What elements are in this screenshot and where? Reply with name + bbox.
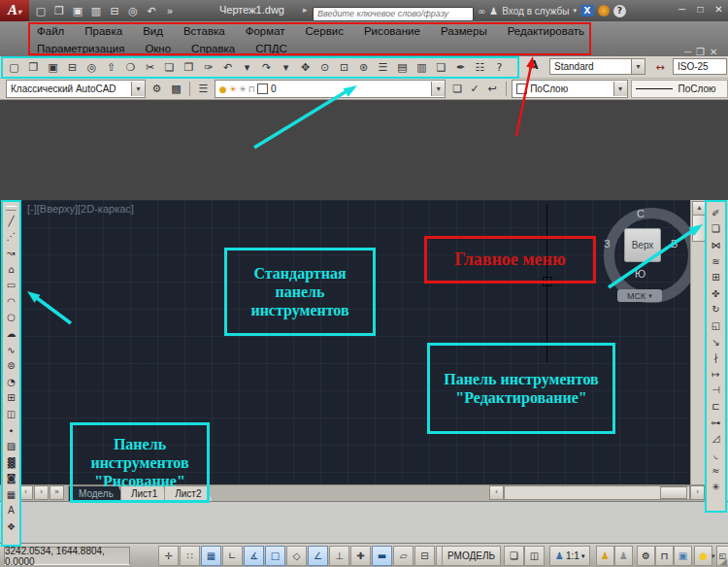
object-snap-toggle[interactable]: □: [265, 546, 285, 566]
save-icon[interactable]: ▣: [44, 59, 62, 76]
annotation-autoscale-icon[interactable]: ♟: [614, 546, 633, 566]
break-at-point-icon[interactable]: ⊣: [709, 383, 723, 399]
workspace-switch-gear-icon[interactable]: ⚙: [637, 546, 655, 566]
cut-icon[interactable]: ✂: [141, 59, 159, 76]
paper-model-toggle-button[interactable]: РМОДЕЛЬ: [442, 546, 501, 566]
scroll-left-icon[interactable]: ‹: [489, 485, 504, 500]
layer-on-off-icon[interactable]: ●: [219, 84, 227, 94]
dim-style-combo[interactable]: ISO-25: [673, 58, 727, 75]
model-space-icon[interactable]: ❏: [504, 546, 524, 566]
move-icon[interactable]: ✜: [709, 285, 723, 302]
circle-icon[interactable]: ○: [4, 310, 18, 326]
workspace-combo[interactable]: Классический AutoCAD ▾: [6, 80, 146, 98]
more-tools-icon[interactable]: »: [162, 3, 178, 18]
scroll-right-icon[interactable]: ›: [690, 485, 705, 500]
zoom-window-icon[interactable]: ⊡: [335, 59, 353, 76]
fillet-icon[interactable]: ◟: [709, 447, 723, 463]
wcs-button[interactable]: МСК ▾: [617, 289, 662, 302]
zoom-realtime-icon[interactable]: ⊙: [315, 59, 334, 76]
menu-item[interactable]: Формат: [246, 25, 285, 37]
layout-space-icon[interactable]: ◫: [524, 546, 545, 566]
menu-item[interactable]: Вставка: [183, 25, 225, 37]
text-style-icon[interactable]: A: [524, 58, 544, 76]
new-icon[interactable]: ▢: [5, 59, 23, 76]
polar-tracking-toggle[interactable]: ∡: [244, 546, 264, 566]
viewcube-south-label[interactable]: Ю: [635, 268, 645, 280]
table-icon[interactable]: ▦: [4, 486, 18, 503]
stretch-icon[interactable]: ↘: [709, 334, 723, 350]
grid-display-toggle[interactable]: ▦: [201, 546, 221, 566]
menu-item[interactable]: Параметризация: [37, 43, 124, 54]
line-icon[interactable]: ╱: [4, 213, 18, 229]
polygon-icon[interactable]: ⌂: [4, 261, 18, 278]
horizontal-scroll-track[interactable]: [504, 485, 690, 500]
layer-thaw-icon[interactable]: ☀: [229, 84, 237, 94]
linetype-combo[interactable]: ПоСлою: [631, 80, 728, 98]
make-object-layer-current-icon[interactable]: ✓: [466, 81, 483, 97]
designcenter-icon[interactable]: ▤: [393, 59, 412, 76]
annotation-scale-button[interactable]: ♟ 1:1 ▾: [549, 546, 590, 566]
exchange-apps-icon[interactable]: X: [580, 5, 594, 17]
polyline-icon[interactable]: ↝: [4, 245, 18, 261]
sheet-set-manager-icon[interactable]: ❑: [432, 59, 450, 76]
chevron-down-icon[interactable]: ▾: [631, 59, 645, 74]
ortho-mode-toggle[interactable]: ∟: [222, 546, 243, 566]
revision-cloud-icon[interactable]: ☁: [4, 325, 18, 342]
object-snap-tracking-toggle[interactable]: ∠: [308, 546, 328, 566]
viewport-controls-label[interactable]: [-][Вверху][2D-каркас]: [27, 203, 134, 215]
layer-states-icon[interactable]: ❏: [448, 81, 466, 97]
ellipse-arc-icon[interactable]: ◔: [4, 374, 18, 390]
dim-style-icon[interactable]: ↔: [650, 59, 670, 76]
new-file-icon[interactable]: ▢: [33, 3, 49, 18]
signin-label[interactable]: Вход в службы: [502, 6, 569, 17]
layer-vp-thaw-icon[interactable]: ☀: [239, 84, 247, 94]
plot-icon[interactable]: ⊟: [63, 59, 82, 76]
mirror-icon[interactable]: ⋈: [709, 237, 723, 253]
rectangle-icon[interactable]: ▭: [4, 277, 18, 293]
status-menu-caret-icon[interactable]: ▾: [711, 552, 715, 560]
open-file-icon[interactable]: ❒: [51, 3, 67, 18]
menu-item[interactable]: СПДС: [255, 43, 287, 54]
text-style-combo[interactable]: Standard ▾: [549, 58, 645, 75]
open-icon[interactable]: ❒: [24, 59, 43, 76]
tool-palettes-icon[interactable]: ▥: [413, 59, 431, 76]
match-properties-icon[interactable]: ✑: [199, 59, 217, 76]
undo-icon[interactable]: ↶: [218, 59, 237, 76]
break-icon[interactable]: ⊏: [709, 398, 723, 415]
scale-icon[interactable]: ◱: [709, 317, 723, 334]
pan-icon[interactable]: ✥: [296, 59, 314, 76]
search-binoculars-icon[interactable]: ∞: [478, 6, 485, 17]
copy-icon[interactable]: ❏: [709, 221, 723, 238]
point-icon[interactable]: ∙: [4, 422, 18, 439]
extend-icon[interactable]: ↦: [709, 366, 723, 383]
save-icon[interactable]: ▣: [70, 3, 85, 18]
join-icon[interactable]: ⊶: [709, 415, 723, 431]
save-workspace-icon[interactable]: ▩: [168, 81, 184, 97]
blend-curves-icon[interactable]: ≈: [709, 463, 723, 480]
maximize-button[interactable]: □: [693, 3, 708, 17]
gradient-icon[interactable]: ▓: [4, 454, 18, 471]
horizontal-scroll-thumb[interactable]: [660, 486, 687, 499]
hatch-icon[interactable]: ▨: [4, 438, 18, 454]
performance-icon[interactable]: ▣: [674, 546, 692, 566]
title-caret-icon[interactable]: ▸: [303, 5, 308, 15]
multiline-text-icon[interactable]: A: [4, 503, 18, 519]
erase-icon[interactable]: ✐: [709, 205, 723, 221]
properties-icon[interactable]: ☰: [374, 59, 392, 76]
spline-icon[interactable]: ∿: [4, 342, 18, 358]
communication-center-icon[interactable]: [598, 5, 610, 17]
save-as-icon[interactable]: ▥: [88, 3, 104, 18]
markup-icon[interactable]: ✒: [451, 59, 470, 76]
plot-preview-icon[interactable]: ◎: [83, 59, 101, 76]
help-icon[interactable]: ?: [613, 5, 626, 17]
viewcube-north-label[interactable]: С: [637, 208, 645, 219]
add-selected-icon[interactable]: ❖: [4, 518, 18, 535]
dynamic-ucs-toggle[interactable]: ⊥: [329, 546, 349, 566]
menu-item[interactable]: Вид: [143, 25, 163, 37]
layer-lock-icon[interactable]: ⊓: [248, 84, 255, 94]
arc-icon[interactable]: ◠: [4, 293, 18, 310]
dynamic-input-toggle[interactable]: ✚: [350, 546, 371, 566]
redo-dropdown-icon[interactable]: ▾: [277, 59, 295, 76]
infer-constraints-toggle[interactable]: ✛: [158, 546, 179, 566]
snap-mode-toggle[interactable]: ∷: [180, 546, 200, 566]
